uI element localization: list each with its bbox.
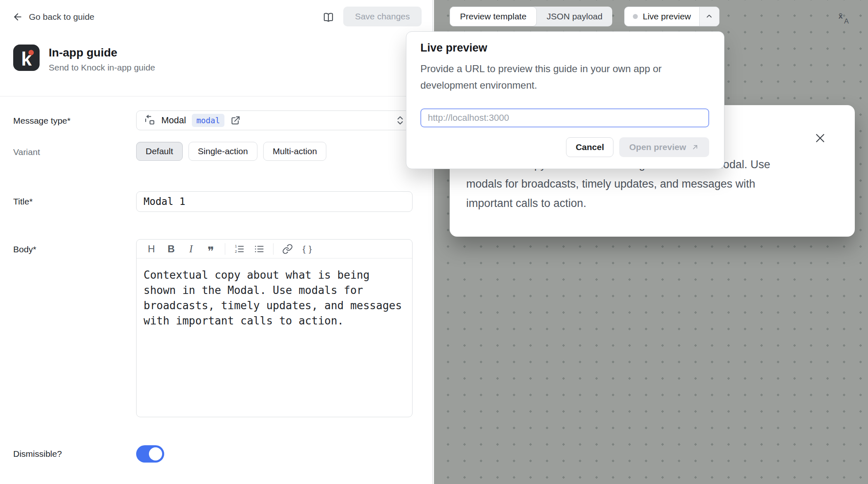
modal-type-icon (144, 115, 156, 126)
cancel-button[interactable]: Cancel (566, 137, 613, 157)
body-editor-content[interactable]: Contextual copy about what is being show… (137, 258, 412, 338)
blockquote-icon[interactable]: ❞ (202, 241, 220, 257)
editor-panel: Go back to guide Save changes k In-app g… (0, 0, 433, 484)
tab-json-payload[interactable]: JSON payload (537, 7, 612, 26)
heading-icon[interactable]: H (142, 241, 160, 257)
save-changes-button[interactable]: Save changes (343, 7, 422, 26)
guide-header: k In-app guide Send to Knock in-app guid… (13, 45, 155, 73)
open-preview-label: Open preview (629, 142, 686, 152)
message-type-label: Message type* (13, 116, 71, 126)
dismissible-toggle[interactable] (136, 445, 164, 463)
toolbar-divider (225, 243, 225, 255)
popover-description: Provide a URL to preview this guide in y… (420, 61, 705, 94)
translate-icon[interactable]: x̄A (834, 9, 856, 27)
variant-option-default[interactable]: Default (136, 142, 183, 161)
knock-logo-dot (28, 50, 34, 55)
close-icon[interactable] (813, 131, 828, 146)
link-icon[interactable] (278, 241, 297, 257)
variable-braces-icon[interactable]: { } (298, 241, 316, 257)
external-link-icon[interactable] (230, 115, 241, 126)
page-title: In-app guide (49, 46, 155, 59)
bullet-list-icon[interactable] (250, 241, 268, 257)
knock-logo: k (13, 45, 40, 71)
variant-label: Variant (13, 147, 40, 157)
live-preview-button[interactable]: Live preview (624, 7, 719, 26)
bold-icon[interactable]: B (162, 241, 180, 257)
page-subtitle: Send to Knock in-app guide (49, 63, 155, 73)
variant-options: Default Single-action Multi-action (136, 142, 326, 161)
docs-book-icon[interactable] (320, 9, 337, 26)
status-dot-icon (633, 14, 638, 19)
arrow-left-icon (12, 12, 23, 22)
dismissible-label: Dismissible? (13, 449, 62, 459)
live-preview-label: Live preview (643, 12, 691, 21)
section-divider (0, 96, 433, 96)
popover-title: Live preview (420, 42, 487, 54)
body-editor: H B I ❞ 12 { } Contextual copy about wha… (136, 239, 413, 417)
editor-toolbar: H B I ❞ 12 { } (137, 240, 412, 258)
variant-option-single-action[interactable]: Single-action (189, 142, 257, 161)
italic-icon[interactable]: I (182, 241, 200, 257)
chevron-up-down-icon (396, 115, 405, 126)
preview-mode-tabs: Preview template JSON payload (450, 7, 612, 26)
toggle-knob (149, 447, 162, 461)
svg-text:A: A (844, 17, 849, 25)
open-preview-button[interactable]: Open preview (619, 137, 709, 157)
body-label: Body* (13, 244, 36, 254)
live-preview-popover: Live preview Provide a URL to preview th… (406, 31, 724, 169)
title-label: Title* (13, 197, 33, 207)
back-label: Go back to guide (29, 12, 94, 22)
svg-text:1: 1 (235, 244, 237, 248)
svg-text:2: 2 (235, 249, 237, 254)
arrow-up-right-icon (691, 143, 699, 151)
message-type-select[interactable]: Modal modal (136, 110, 413, 130)
tab-preview-template[interactable]: Preview template (450, 7, 537, 26)
popover-actions: Cancel Open preview (566, 137, 709, 157)
variant-option-multi-action[interactable]: Multi-action (263, 142, 326, 161)
message-type-value: Modal (161, 115, 186, 126)
toolbar-divider (273, 243, 274, 255)
svg-text:x̄: x̄ (838, 12, 843, 20)
chevron-up-icon[interactable] (699, 7, 719, 26)
back-to-guide-link[interactable]: Go back to guide (12, 12, 94, 22)
title-input[interactable] (136, 191, 413, 212)
preview-url-input[interactable] (420, 108, 709, 127)
app-window: Go back to guide Save changes k In-app g… (0, 0, 868, 484)
ordered-list-icon[interactable]: 12 (230, 241, 248, 257)
message-type-badge: modal (192, 114, 224, 127)
